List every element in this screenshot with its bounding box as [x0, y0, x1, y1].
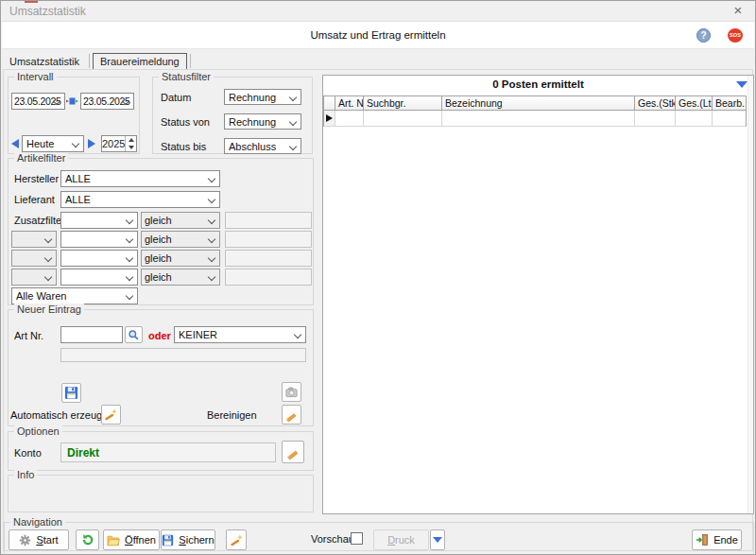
tab-separator	[190, 54, 191, 68]
zusatzfilter-logic-combo-2[interactable]	[11, 231, 57, 248]
exit-door-icon	[696, 533, 709, 546]
konto-field: Direkt	[60, 442, 276, 462]
zusatzfilter-logic-combo-4[interactable]	[11, 269, 57, 286]
period-combo[interactable]: Heute	[22, 135, 84, 152]
grid-selector-header	[323, 95, 335, 111]
lieferant-combo[interactable]: ALLE	[60, 191, 220, 208]
art-nr-search-button[interactable]	[125, 326, 143, 343]
group-neuer-eintrag: Neuer Eintrag Art Nr. oder KEINER Automa…	[8, 309, 314, 426]
oeffnen-label: Öffnen	[125, 534, 156, 546]
grid-col-ges-ltr[interactable]: Ges.(Ltr)	[675, 95, 712, 111]
zusatzfilter-field-combo-1[interactable]	[60, 212, 138, 229]
wand-button[interactable]	[226, 529, 247, 550]
group-artikelfilter: Artikelfilter Hersteller ALLE Lieferant …	[8, 158, 314, 305]
camera-button[interactable]	[282, 382, 301, 402]
grid-col-artnr[interactable]: Art. Nr.	[335, 95, 363, 111]
spin-up-icon[interactable]	[126, 136, 136, 144]
artikel-combo[interactable]: KEINER	[174, 326, 306, 343]
zusatzfilter-value-field-3[interactable]	[225, 250, 312, 267]
window-title: Umsatzstatistik	[9, 5, 86, 18]
vertical-scrollbar[interactable]	[747, 76, 753, 513]
zusatzfilter-logic-combo-3[interactable]	[11, 250, 57, 267]
warengruppe-combo[interactable]: Alle Waren	[11, 287, 138, 304]
close-icon[interactable]: ×	[730, 2, 747, 19]
date-link-icon[interactable]	[66, 95, 78, 107]
zusatzfilter-value-field-4[interactable]	[225, 269, 312, 286]
grid-col-suchbgr[interactable]: Suchbgr.	[363, 95, 441, 111]
zusatzfilter-value-field-2[interactable]	[225, 231, 312, 248]
magic-wand-icon	[104, 408, 118, 422]
status-bis-label: Status bis	[161, 141, 206, 152]
sos-icon[interactable]: SOS	[728, 28, 743, 43]
zusatzfilter-value-field-1[interactable]	[225, 212, 312, 229]
results-count-bar: 0 Posten ermittelt	[323, 76, 753, 95]
group-info-legend: Info	[14, 469, 37, 480]
year-spin-buttons[interactable]	[125, 136, 136, 151]
zusatzfilter-operator-combo-3[interactable]: gleich	[141, 250, 220, 267]
tab-brauereimeldung[interactable]: Brauereimeldung	[93, 53, 187, 70]
sichern-button[interactable]: Sichern	[161, 529, 215, 550]
date-from-combo[interactable]: 23.05.2025	[11, 93, 65, 110]
results-dropdown-icon[interactable]	[736, 81, 747, 88]
zusatzfilter-field-combo-3[interactable]	[60, 250, 138, 267]
date-to-combo[interactable]: 23.05.2025	[80, 93, 134, 110]
status-von-combo[interactable]: Rechnung	[224, 113, 301, 130]
grid-header-row: Art. Nr. Suchbgr. Bezeichnung Ges.(Stk) …	[323, 95, 747, 111]
search-icon	[128, 329, 140, 341]
group-optionen: Optionen Konto Direkt	[8, 431, 314, 471]
druck-button[interactable]: Druck	[373, 529, 429, 550]
results-grid: Art. Nr. Suchbgr. Bezeichnung Ges.(Stk) …	[323, 95, 747, 127]
zusatzfilter-operator-combo-4[interactable]: gleich	[141, 269, 220, 286]
hersteller-combo[interactable]: ALLE	[60, 170, 220, 187]
refresh-button[interactable]	[76, 529, 99, 550]
open-folder-icon	[107, 534, 120, 546]
automatisch-erzeugen-button[interactable]	[101, 405, 121, 425]
group-intervall-legend: Intervall	[14, 71, 57, 82]
zusatzfilter-label: Zusatzfilter	[14, 215, 65, 226]
titlebar-artifact	[25, 1, 38, 3]
druck-dropdown-button[interactable]	[430, 529, 445, 550]
konto-edit-button[interactable]	[282, 441, 304, 463]
status-bis-combo[interactable]: Abschluss	[224, 138, 301, 154]
pencil-icon	[284, 408, 299, 422]
group-statusfilter-legend: Statusfilter	[159, 71, 214, 82]
art-nr-input[interactable]	[60, 326, 123, 343]
year-stepper[interactable]: 2025	[101, 135, 137, 152]
grid-col-bezeichnung[interactable]: Bezeichnung	[441, 95, 634, 111]
datum-combo[interactable]: Rechnung	[224, 89, 301, 105]
header-strip: Umsatz und Ertrag ermitteln ? SOS	[2, 22, 754, 49]
camera-icon	[284, 385, 299, 399]
group-statusfilter: Statusfilter Datum Rechnung Status von R…	[152, 77, 313, 154]
help-icon[interactable]: ?	[696, 28, 711, 43]
start-button[interactable]: Start	[9, 529, 69, 550]
konto-label: Konto	[14, 447, 42, 459]
magic-wand-icon	[230, 533, 244, 547]
results-panel: 0 Posten ermittelt Art. Nr. Suchbgr. Bez…	[322, 75, 754, 514]
bereinigen-label: Bereinigen	[207, 409, 257, 421]
page-title: Umsatz und Ertrag ermitteln	[2, 29, 754, 41]
zusatzfilter-operator-combo-2[interactable]: gleich	[141, 231, 220, 248]
save-disk-icon	[64, 386, 78, 400]
spin-down-icon[interactable]	[126, 144, 136, 151]
eintrag-speichern-button[interactable]	[61, 383, 81, 403]
grid-empty-row[interactable]	[323, 111, 747, 127]
group-info: Info	[8, 475, 314, 512]
hersteller-label: Hersteller	[14, 173, 59, 184]
period-prev-icon[interactable]	[11, 139, 19, 148]
period-next-icon[interactable]	[88, 139, 95, 148]
oder-label: oder	[148, 330, 171, 341]
bereinigen-button[interactable]	[282, 405, 301, 425]
zusatzfilter-operator-combo-1[interactable]: gleich	[141, 212, 220, 229]
zusatzfilter-field-combo-2[interactable]	[60, 231, 138, 248]
group-artikelfilter-legend: Artikelfilter	[14, 152, 68, 164]
start-label: Start	[36, 534, 58, 546]
grid-col-bearb[interactable]: Bearb.	[712, 95, 747, 111]
tab-umsatzstatistik[interactable]: Umsatzstatistik	[3, 54, 86, 69]
status-von-label: Status von	[161, 116, 210, 128]
ende-button[interactable]: Ende	[692, 529, 742, 550]
vorschau-checkbox[interactable]	[351, 532, 363, 545]
grid-col-ges-stk[interactable]: Ges.(Stk)	[634, 95, 675, 111]
zusatzfilter-field-combo-4[interactable]	[60, 269, 138, 286]
artikel-info-field	[60, 348, 306, 362]
oeffnen-button[interactable]: Öffnen	[103, 529, 160, 550]
